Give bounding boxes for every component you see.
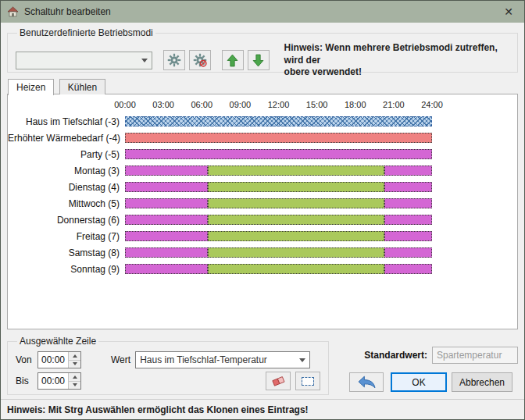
move-down-button[interactable] [248,50,270,70]
schedule-row-label: Donnerstag (6) [8,215,125,226]
standardwert-label: Standardwert: [364,350,427,361]
schedule-row: Mittwoch (5) [8,195,517,212]
marquee-selection-icon [302,377,314,386]
modes-hint-line2: obere verwendet! [284,66,509,79]
schedule-row-bar[interactable] [125,166,432,176]
erase-button[interactable] [266,372,291,390]
schedule-row: Donnerstag (6) [8,212,517,228]
von-time-stepper[interactable]: 00:00 [38,351,81,368]
ok-button[interactable]: OK [391,372,447,392]
schedule-row-label: Dienstag (4) [8,182,125,193]
house-icon [7,6,19,17]
schedule-row: Montag (3) [8,162,517,179]
modes-hint-line1: Hinweis: Wenn mehrere Betriebsmodi zutre… [284,42,509,66]
edit-modes-button[interactable] [163,50,185,70]
select-range-button[interactable] [295,372,320,390]
arrow-up-icon [227,54,238,67]
undo-button[interactable] [349,372,384,392]
schedule-segment[interactable] [125,247,208,258]
chevron-down-icon [138,59,152,62]
schedule-row-label: Erhöhter Wärmebedarf (-4) [8,133,125,144]
schedule-row-label: Freitag (7) [8,231,125,242]
time-axis-label: 00:00 [114,100,136,109]
schedule-segment[interactable] [125,231,208,241]
schedule-segment[interactable] [384,215,432,225]
modes-hint: Hinweis: Wenn mehrere Betriebsmodi zutre… [284,42,509,79]
schedule-panel: 00:0003:0006:0009:0012:0015:0018:0021:00… [7,94,518,329]
schedule-segment[interactable] [125,182,208,192]
schedule-row: Erhöhter Wärmebedarf (-4) [8,130,517,146]
schedule-segment[interactable] [208,215,384,225]
wert-combobox[interactable]: Haus im Tiefschlaf-Temperatur [135,351,310,368]
schedule-row-bar[interactable] [125,116,432,126]
schedule-segment[interactable] [208,264,384,274]
schedule-segment[interactable] [125,149,432,159]
schedule-segment[interactable] [125,166,208,176]
status-bar: Hinweis: Mit Strg Auswählen ermöglicht d… [1,399,524,419]
von-stepper-up[interactable] [69,352,80,361]
dialog-schaltuhr-bearbeiten: Schaltuhr bearbeiten ✕ Benutzerdefiniert… [0,0,525,420]
schedule-segment[interactable] [208,166,384,176]
bis-stepper-down[interactable] [69,382,80,390]
wert-label: Wert [111,354,130,365]
schedule-row-bar[interactable] [125,198,432,208]
schedule-segment[interactable] [125,116,432,126]
time-axis: 00:0003:0006:0009:0012:0015:0018:0021:00… [8,100,517,113]
schedule-segment[interactable] [384,166,432,176]
tab-kuehlen[interactable]: Kühlen [59,79,105,94]
schedule-row-bar[interactable] [125,133,432,143]
schedule-row-bar[interactable] [125,264,432,274]
von-stepper-down[interactable] [69,361,80,368]
schedule-segment[interactable] [384,182,432,192]
schedule-segment[interactable] [384,231,432,241]
schedule-segment[interactable] [125,133,432,143]
schedule-segment[interactable] [208,198,384,208]
schedule-row-bar[interactable] [125,247,432,258]
eraser-icon [271,375,286,387]
selected-row-legend: Ausgewählte Zeile [17,336,98,347]
schedule-segment[interactable] [384,247,432,258]
window-title: Schaltuhr bearbeiten [24,6,494,17]
schedule-row-label: Mittwoch (5) [8,198,125,209]
time-axis-label: 18:00 [345,100,366,109]
selected-row-group: Ausgewählte Zeile Von 00:00 Wert Haus im… [7,336,329,395]
schedule-row-label: Montag (3) [8,166,125,176]
schedule-segment[interactable] [208,231,384,241]
titlebar[interactable]: Schaltuhr bearbeiten ✕ [1,1,524,23]
schedule-row-label: Party (-5) [8,149,125,160]
gear-icon [167,53,181,67]
status-hint: Hinweis: Mit Strg Auswählen ermöglicht d… [7,404,309,415]
schedule-row: Sonntag (9) [8,261,517,277]
schedule-segment[interactable] [384,198,432,208]
schedule-segment[interactable] [125,198,208,208]
close-icon[interactable]: ✕ [499,5,518,18]
schedule-segment[interactable] [208,182,384,192]
schedule-row-bar[interactable] [125,215,432,225]
schedule-row-bar[interactable] [125,182,432,192]
delete-mode-button[interactable] [189,50,211,70]
standardwert-input[interactable]: Spartemperatur [432,347,518,364]
schedule-segment[interactable] [125,215,208,225]
schedule-segment[interactable] [384,264,432,274]
schedule-segment[interactable] [125,264,208,274]
gear-delete-icon [193,53,207,67]
von-time-value: 00:00 [38,352,68,368]
bis-stepper-up[interactable] [69,373,80,382]
cancel-button[interactable]: Abbrechen [452,372,512,392]
bis-time-stepper[interactable]: 00:00 [38,372,81,390]
schedule-row: Freitag (7) [8,228,517,244]
schedule-segment[interactable] [208,247,384,258]
undo-arrow-icon [358,376,376,389]
bis-time-value: 00:00 [38,373,68,389]
move-up-button[interactable] [222,50,244,70]
betriebsmodi-combobox[interactable] [16,52,152,69]
von-label: Von [16,354,38,365]
schedule-row-label: Haus im Tiefschlaf (-3) [8,116,125,127]
stepper-down-icon [73,362,77,365]
schedule-row-label: Samstag (8) [8,247,125,258]
wert-combobox-value: Haus im Tiefschlaf-Temperatur [136,354,295,365]
schedule-row-bar[interactable] [125,149,432,159]
tab-heizen[interactable]: Heizen [8,79,54,95]
schedule-row-bar[interactable] [125,231,432,241]
betriebsmodi-group: Benutzerdefinierte Betriebsmodi [7,27,518,73]
